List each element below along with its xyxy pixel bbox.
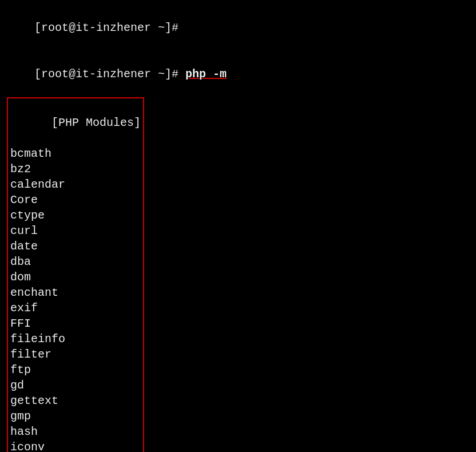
modules-section: [PHP Modules] bcmathbz2calendarCorectype…: [7, 97, 144, 452]
list-item: hash: [10, 424, 141, 439]
modules-header-text: [PHP Modules]: [51, 116, 141, 129]
prompt-line-2: [root@it-inzhener ~]# php -m: [7, 51, 469, 97]
modules-list: bcmathbz2calendarCorectypecurldatedbadom…: [10, 146, 141, 452]
list-item: gettext: [10, 393, 141, 409]
prompt-text-1: [root@it-inzhener ~]#: [34, 21, 178, 34]
list-item: iconv: [10, 439, 141, 452]
list-item: date: [10, 239, 141, 254]
list-item: Core: [10, 192, 141, 208]
list-item: ftp: [10, 362, 141, 378]
list-item: curl: [10, 223, 141, 239]
list-item: gd: [10, 378, 141, 393]
modules-header: [PHP Modules]: [10, 100, 141, 146]
list-item: fileinfo: [10, 331, 141, 347]
command-text: php -m: [185, 68, 227, 81]
list-item: calendar: [10, 177, 141, 192]
list-item: filter: [10, 347, 141, 362]
list-item: dom: [10, 269, 141, 285]
list-item: dba: [10, 254, 141, 269]
list-item: exif: [10, 300, 141, 316]
terminal-container: [root@it-inzhener ~]# [root@it-inzhener …: [7, 5, 469, 452]
prompt-prefix-2: [root@it-inzhener ~]#: [34, 68, 185, 81]
list-item: enchant: [10, 285, 141, 300]
list-item: bcmath: [10, 146, 141, 161]
list-item: gmp: [10, 409, 141, 424]
list-item: FFI: [10, 316, 141, 331]
list-item: bz2: [10, 161, 141, 177]
prompt-line-1: [root@it-inzhener ~]#: [7, 5, 469, 51]
list-item: ctype: [10, 208, 141, 223]
